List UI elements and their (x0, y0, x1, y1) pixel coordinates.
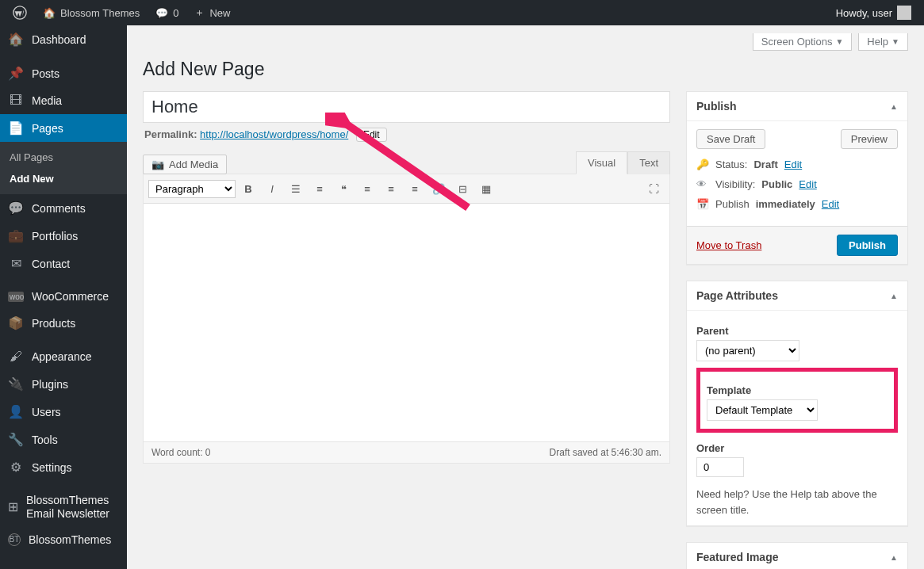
tools-icon: 🔧 (8, 432, 24, 447)
collapse-icon: ▲ (890, 102, 898, 111)
site-link[interactable]: 🏠Blossom Themes (36, 0, 146, 25)
sidebar-item-contact[interactable]: ✉Contact (0, 250, 127, 277)
new-link[interactable]: ＋New (188, 0, 236, 25)
edit-status-link[interactable]: Edit (784, 158, 802, 170)
tab-visual[interactable]: Visual (576, 151, 627, 174)
page-icon: 📄 (8, 120, 24, 136)
template-label: Template (707, 384, 888, 396)
permalink-edit-button[interactable]: Edit (356, 128, 387, 142)
page-attributes-metabox: Page Attributes▲ Parent (no parent) Temp… (686, 281, 908, 526)
bullet-list-button[interactable]: ☰ (285, 178, 307, 200)
sidebar-sub-add-new[interactable]: Add New (0, 168, 127, 189)
publish-heading[interactable]: Publish▲ (687, 92, 907, 121)
account-menu[interactable]: Howdy, user (830, 6, 918, 20)
help-button[interactable]: Help▼ (858, 33, 908, 51)
template-highlight: Template Default Template (696, 368, 898, 433)
attributes-heading[interactable]: Page Attributes▲ (687, 281, 907, 311)
comment-icon: 💬 (8, 200, 24, 216)
wp-logo[interactable] (6, 0, 33, 25)
editor: Paragraph B I ☰ ≡ ❝ ≡ ≡ ≡ 🔗 ⊟ ▦ (143, 174, 670, 464)
bt-icon: BT (8, 533, 21, 546)
pin-icon: 📌 (8, 66, 24, 81)
permalink-link[interactable]: http://localhost/wordpress/home/ (200, 128, 348, 140)
sidebar-sub-all-pages[interactable]: All Pages (0, 147, 127, 168)
sidebar-item-appearance[interactable]: 🖌Appearance (0, 343, 127, 370)
comments-link[interactable]: 💬0 (149, 0, 185, 25)
tab-text[interactable]: Text (627, 151, 670, 174)
collapse-icon: ▲ (890, 292, 898, 300)
plugin-icon: 🔌 (8, 376, 24, 391)
sidebar-item-settings[interactable]: ⚙Settings (0, 453, 127, 481)
add-media-button[interactable]: 📷Add Media (143, 155, 227, 174)
sidebar-item-users[interactable]: 👤Users (0, 398, 127, 426)
sidebar-item-tools[interactable]: 🔧Tools (0, 426, 127, 453)
contact-icon: ✉ (8, 256, 24, 271)
sidebar-item-woocommerce[interactable]: wooWooCommerce (0, 284, 127, 309)
readmore-button[interactable]: ⊟ (451, 178, 474, 200)
fullscreen-button[interactable]: ⛶ (642, 178, 665, 200)
chevron-down-icon: ▼ (891, 37, 899, 46)
publish-metabox: Publish▲ Save Draft Preview 🔑Status: Dra… (686, 91, 908, 265)
editor-toolbar: Paragraph B I ☰ ≡ ❝ ≡ ≡ ≡ 🔗 ⊟ ▦ (144, 174, 669, 204)
page-title: Add New Page (143, 59, 908, 80)
edit-visibility-link[interactable]: Edit (799, 178, 816, 190)
title-input[interactable] (143, 91, 670, 123)
sidebar-item-portfolios[interactable]: 💼Portfolios (0, 222, 127, 250)
align-right-button[interactable]: ≡ (404, 178, 426, 200)
parent-select[interactable]: (no parent) (696, 340, 799, 361)
sidebar-item-posts[interactable]: 📌Posts (0, 59, 127, 87)
calendar-icon: 📅 (696, 198, 709, 210)
order-label: Order (696, 442, 898, 454)
sidebar-item-pages[interactable]: 📄Pages (0, 114, 127, 142)
format-select[interactable]: Paragraph (148, 180, 236, 198)
autosave-status: Draft saved at 5:46:30 am. (550, 447, 661, 458)
move-to-trash-link[interactable]: Move to Trash (696, 239, 761, 251)
bold-button[interactable]: B (237, 178, 259, 200)
admin-sidebar: 🏠Dashboard 📌Posts 🎞Media 📄Pages All Page… (0, 25, 127, 569)
order-input[interactable] (696, 457, 744, 477)
link-button[interactable]: 🔗 (427, 178, 450, 200)
sidebar-item-comments[interactable]: 💬Comments (0, 194, 127, 222)
dashboard-icon: 🏠 (8, 32, 24, 47)
settings-icon: ⚙ (8, 460, 24, 475)
newsletter-icon: ⊞ (8, 499, 18, 514)
template-select[interactable]: Default Template (707, 399, 818, 421)
camera-icon: 📷 (151, 158, 164, 170)
appearance-icon: 🖌 (8, 349, 24, 364)
italic-button[interactable]: I (261, 178, 283, 200)
eye-icon: 👁 (696, 178, 709, 190)
edit-schedule-link[interactable]: Edit (822, 198, 839, 210)
users-icon: 👤 (8, 404, 24, 419)
numbered-list-button[interactable]: ≡ (309, 178, 331, 200)
editor-content[interactable] (144, 204, 669, 441)
screen-options-button[interactable]: Screen Options▼ (753, 33, 853, 51)
collapse-icon: ▲ (890, 553, 898, 562)
publish-button[interactable]: Publish (837, 235, 898, 256)
word-count: Word count: 0 (151, 447, 210, 458)
product-icon: 📦 (8, 315, 24, 330)
sidebar-item-plugins[interactable]: 🔌Plugins (0, 370, 127, 398)
admin-bar: 🏠Blossom Themes 💬0 ＋New Howdy, user (0, 0, 924, 25)
key-icon: 🔑 (696, 158, 709, 170)
avatar-icon (897, 6, 911, 20)
preview-button[interactable]: Preview (841, 129, 898, 149)
chevron-down-icon: ▼ (835, 37, 843, 46)
woo-icon: woo (8, 292, 24, 302)
parent-label: Parent (696, 325, 898, 337)
align-left-button[interactable]: ≡ (356, 178, 378, 200)
sidebar-item-dashboard[interactable]: 🏠Dashboard (0, 25, 127, 53)
sidebar-item-blossomthemes[interactable]: BTBlossomThemes (0, 527, 127, 552)
featured-image-metabox: Featured Image▲ (686, 542, 908, 569)
content-area: Screen Options▼ Help▼ Add New Page Perma… (127, 25, 924, 569)
toolbar-toggle-button[interactable]: ▦ (475, 178, 497, 200)
permalink-row: Permalink: http://localhost/wordpress/ho… (144, 128, 669, 142)
sidebar-item-products[interactable]: 📦Products (0, 309, 127, 337)
align-center-button[interactable]: ≡ (380, 178, 402, 200)
blockquote-button[interactable]: ❝ (332, 178, 355, 200)
featured-heading[interactable]: Featured Image▲ (687, 543, 907, 569)
media-icon: 🎞 (8, 94, 24, 108)
sidebar-item-media[interactable]: 🎞Media (0, 87, 127, 114)
sidebar-item-newsletter[interactable]: ⊞BlossomThemes Email Newsletter (0, 487, 127, 527)
save-draft-button[interactable]: Save Draft (696, 129, 765, 149)
attributes-help: Need help? Use the Help tab above the sc… (696, 487, 898, 517)
